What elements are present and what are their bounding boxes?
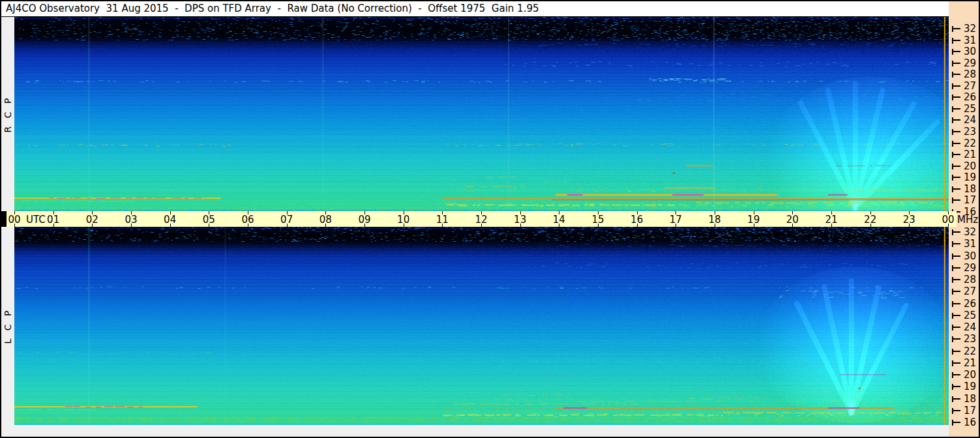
time-hour-label: 08 — [317, 214, 334, 226]
lcp-spectrogram — [14, 227, 949, 425]
time-hour-label: 12 — [473, 214, 490, 226]
frequency-tick: 26 — [952, 300, 976, 307]
frequency-tick-label: 29 — [964, 265, 976, 271]
frequency-tick: 24 — [952, 117, 976, 123]
tick-line — [953, 267, 960, 269]
tick-line — [953, 96, 960, 98]
frequency-tick-label: 27 — [964, 288, 976, 295]
frequency-tick: 29 — [952, 60, 976, 66]
frequency-tick-label: 31 — [964, 241, 976, 247]
frequency-tick: 31 — [952, 241, 976, 247]
time-hour-label: 00 — [6, 214, 23, 226]
utc-unit-label: UTC — [26, 214, 46, 226]
tick-line — [953, 74, 960, 75]
frequency-tick-label: 24 — [964, 117, 976, 123]
frequency-tick-label: 18 — [964, 396, 976, 402]
time-hour-label: 09 — [356, 214, 373, 226]
frequency-tick: 29 — [952, 265, 976, 271]
frequency-tick-label: 23 — [964, 336, 976, 342]
frequency-tick-label: 25 — [964, 312, 976, 319]
tick-line — [953, 40, 960, 41]
frequency-tick: 21 — [952, 360, 976, 366]
tick-line — [953, 143, 960, 144]
frequency-tick: 20 — [952, 372, 976, 378]
frequency-tick-label: 21 — [964, 360, 976, 366]
tick-line — [953, 199, 960, 201]
frequency-tick-label: 20 — [964, 372, 976, 378]
frequency-tick-label: 26 — [964, 94, 976, 100]
frequency-tick: 25 — [952, 312, 976, 319]
frequency-tick: 22 — [952, 348, 976, 355]
frequency-tick-label: 19 — [964, 174, 976, 181]
tick-line — [953, 188, 960, 190]
frequency-tick-label: 19 — [964, 383, 976, 390]
frequency-tick-label: 29 — [964, 60, 976, 66]
frequency-tick: 28 — [952, 276, 976, 283]
time-hour-label: 17 — [667, 214, 684, 226]
time-hour-label: 23 — [900, 214, 917, 226]
time-hour-label: 01 — [45, 214, 62, 226]
tick-line — [953, 119, 960, 121]
time-axis-band: 0001020304050607080910111213141516171819… — [7, 211, 957, 227]
tick-line — [953, 177, 960, 178]
frequency-tick: 26 — [952, 94, 976, 100]
tick-line — [953, 362, 960, 364]
tick-line — [953, 303, 960, 304]
frequency-tick: 27 — [952, 288, 976, 295]
frequency-tick: 16 — [952, 419, 976, 426]
time-hour-label: 06 — [239, 214, 256, 226]
time-hour-label: 00 — [940, 214, 957, 226]
frequency-tick: 27 — [952, 83, 976, 89]
frequency-tick: 28 — [952, 71, 976, 78]
tick-line — [953, 351, 960, 352]
frequency-tick-label: 22 — [964, 348, 976, 355]
time-hour-label: 21 — [823, 214, 840, 226]
time-hour-label: 15 — [589, 214, 606, 226]
tick-line — [953, 243, 960, 244]
frequency-tick-label: 20 — [964, 163, 976, 169]
tick-line — [953, 85, 960, 87]
tick-line — [953, 28, 960, 29]
tick-line — [953, 422, 960, 423]
frequency-tick-label: 18 — [964, 186, 976, 192]
frequency-tick-label: 28 — [964, 71, 976, 78]
tick-line — [953, 51, 960, 52]
frequency-tick: 31 — [952, 37, 976, 44]
frequency-tick-label: 21 — [964, 151, 976, 158]
tick-line — [953, 410, 960, 411]
tick-line — [953, 231, 960, 233]
time-hour-label: 05 — [200, 214, 217, 226]
tick-line — [953, 279, 960, 280]
frequency-tick-label: 32 — [964, 25, 976, 32]
time-hour-label: 14 — [550, 214, 567, 226]
tick-line — [953, 154, 960, 155]
frequency-tick-label: 30 — [964, 48, 976, 55]
title-bar: AJ4CO Observatory 31 Aug 2015 - DPS on T… — [1, 1, 979, 16]
frequency-tick-label: 25 — [964, 106, 976, 112]
time-hour-label: 07 — [278, 214, 295, 226]
frequency-tick: 17 — [952, 197, 976, 203]
frequency-tick-label: 28 — [964, 276, 976, 283]
frequency-tick: 30 — [952, 48, 976, 55]
tick-line — [953, 166, 960, 167]
rcp-label-strip: R C P — [1, 17, 14, 211]
time-hour-label: 11 — [434, 214, 451, 226]
rcp-spectrogram — [14, 17, 949, 211]
frequency-tick-label: 23 — [964, 128, 976, 135]
time-hour-label: 19 — [745, 214, 762, 226]
frequency-tick-label: 22 — [964, 140, 976, 147]
time-hour-label: 22 — [862, 214, 879, 226]
tick-line — [953, 315, 960, 316]
frequency-tick: 17 — [952, 407, 976, 414]
frequency-tick: 32 — [952, 25, 976, 32]
time-hour-label: 04 — [162, 214, 179, 226]
frequency-tick-label: 16 — [964, 419, 976, 426]
time-hour-label: 18 — [706, 214, 723, 226]
time-hour-label: 02 — [83, 214, 100, 226]
time-hour-label: 03 — [123, 214, 140, 226]
frequency-tick: 18 — [952, 186, 976, 192]
frequency-tick: 32 — [952, 229, 976, 235]
lcp-polarization-label: L C P — [3, 308, 13, 344]
frequency-tick-label: 31 — [964, 37, 976, 44]
tick-line — [953, 108, 960, 110]
